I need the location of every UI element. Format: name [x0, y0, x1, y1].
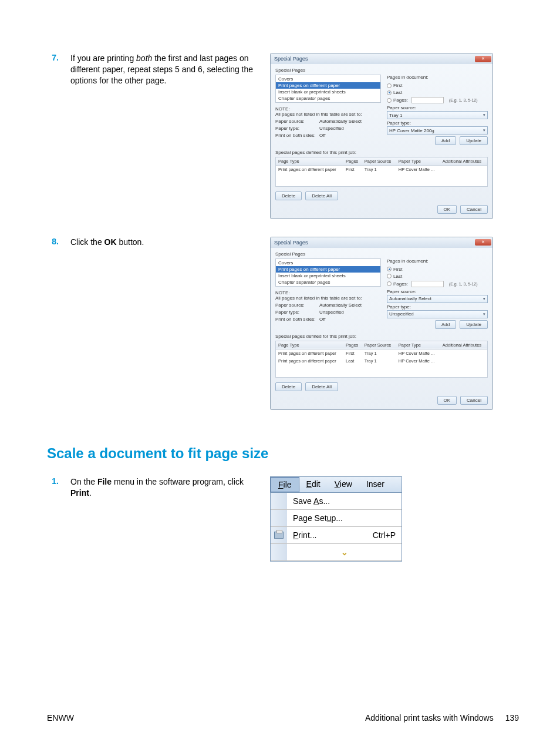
- step-8: 8. Click the OK button. Special Pages ✕ …: [47, 237, 519, 411]
- paper-source-select[interactable]: Tray 1▾: [387, 111, 488, 119]
- radio-last[interactable]: Last: [387, 90, 488, 95]
- pages-in-doc-label: Pages in document:: [387, 258, 488, 264]
- step-text: If you are printing both the first and l…: [70, 53, 264, 86]
- pages-input[interactable]: [411, 281, 444, 287]
- delete-button[interactable]: Delete: [275, 191, 302, 200]
- file-menu: File Edit View Inser Save As... Page Set…: [270, 476, 402, 562]
- dialog-titlebar: Special Pages ✕: [271, 237, 492, 248]
- step-text: On the File menu in the software program…: [70, 476, 264, 499]
- update-button[interactable]: Update: [460, 320, 488, 329]
- cancel-button[interactable]: Cancel: [460, 396, 488, 405]
- step-screenshot: File Edit View Inser Save As... Page Set…: [264, 476, 519, 562]
- menu-file[interactable]: File: [271, 477, 299, 492]
- chevron-down-icon: ▾: [483, 113, 485, 117]
- radio-last[interactable]: Last: [387, 274, 488, 279]
- dialog-titlebar: Special Pages ✕: [271, 53, 492, 64]
- menu-view[interactable]: View: [328, 477, 359, 492]
- special-pages-list[interactable]: Covers Print pages on different paper In…: [275, 75, 381, 103]
- special-pages-table: Page Type Pages Paper Source Paper Type …: [275, 341, 488, 378]
- footer-section: Additional print tasks with Windows: [365, 713, 494, 723]
- paper-type-select[interactable]: HP Cover Matte 200g▾: [387, 126, 488, 135]
- chevron-down-icon: ▾: [483, 128, 485, 133]
- pages-input[interactable]: [411, 97, 444, 103]
- add-button[interactable]: Add: [435, 136, 456, 145]
- ok-button[interactable]: OK: [437, 396, 457, 405]
- note-text: All pages not listed in this table are s…: [275, 112, 381, 117]
- list-item-insert-blank[interactable]: Insert blank or preprinted sheets: [276, 273, 380, 279]
- page-number: 139: [505, 713, 519, 723]
- menu-edit[interactable]: Edit: [299, 477, 328, 492]
- list-item-covers[interactable]: Covers: [276, 260, 380, 266]
- step-number: 1.: [47, 476, 70, 486]
- update-button[interactable]: Update: [460, 136, 488, 145]
- special-pages-table: Page Type Pages Paper Source Paper Type …: [275, 157, 488, 187]
- table-row[interactable]: Print pages on different paper First Tra…: [276, 349, 488, 357]
- radio-first[interactable]: First: [387, 83, 488, 88]
- menu-item-save-as[interactable]: Save As...: [271, 493, 402, 510]
- page-footer: ENWW Additional print tasks with Windows…: [47, 713, 519, 723]
- step-1: 1. On the File menu in the software prog…: [47, 476, 519, 562]
- table-row[interactable]: Print pages on different paper First Tra…: [276, 166, 488, 174]
- menu-expand[interactable]: ⌄: [271, 544, 402, 561]
- chevron-down-icon: ⌄: [341, 547, 348, 557]
- step-screenshot: Special Pages ✕ Special Pages Covers Pri…: [264, 237, 519, 411]
- table-row[interactable]: Print pages on different paper Last Tray…: [276, 357, 488, 365]
- chevron-down-icon: ▾: [483, 297, 485, 301]
- note-label: NOTE:: [275, 106, 381, 112]
- step-number: 7.: [47, 53, 70, 62]
- note-label: NOTE:: [275, 290, 381, 295]
- section-heading: Scale a document to fit page size: [47, 445, 519, 462]
- list-item-print-pages[interactable]: Print pages on different paper: [276, 266, 380, 273]
- footer-left: ENWW: [47, 713, 74, 723]
- radio-pages[interactable]: Pages:(E.g. 1, 3, 5-12): [387, 281, 488, 287]
- ok-button[interactable]: OK: [437, 205, 457, 214]
- defined-label: Special pages defined for this print job…: [275, 150, 488, 155]
- defined-label: Special pages defined for this print job…: [275, 334, 488, 339]
- menu-insert[interactable]: Inser: [359, 477, 392, 492]
- close-icon[interactable]: ✕: [475, 56, 491, 62]
- list-item-insert-blank[interactable]: Insert blank or preprinted sheets: [276, 89, 380, 95]
- chevron-down-icon: ▾: [483, 312, 485, 317]
- special-pages-dialog-2: Special Pages ✕ Special Pages Covers Pri…: [270, 237, 493, 411]
- delete-button[interactable]: Delete: [275, 382, 302, 391]
- list-item-chapter-sep[interactable]: Chapter separator pages: [276, 279, 380, 285]
- step-screenshot: Special Pages ✕ Special Pages Covers Pri…: [264, 53, 519, 219]
- dialog-title: Special Pages: [274, 240, 308, 246]
- paper-source-select[interactable]: Automatically Select▾: [387, 295, 488, 303]
- menu-item-page-setup[interactable]: Page Setup...: [271, 510, 402, 527]
- list-item-chapter-sep[interactable]: Chapter separator pages: [276, 95, 380, 102]
- add-button[interactable]: Add: [435, 320, 456, 329]
- list-item-covers[interactable]: Covers: [276, 76, 380, 82]
- menu-item-print[interactable]: Print...Ctrl+P: [271, 527, 402, 544]
- delete-all-button[interactable]: Delete All: [305, 191, 338, 200]
- printer-icon: [274, 532, 284, 539]
- cancel-button[interactable]: Cancel: [460, 205, 488, 214]
- note-text: All pages not listed in this table are s…: [275, 295, 381, 301]
- dialog-title: Special Pages: [274, 56, 308, 62]
- step-number: 8.: [47, 237, 70, 246]
- step-text: Click the OK button.: [70, 237, 264, 248]
- group-label: Special Pages: [275, 68, 488, 73]
- special-pages-dialog-1: Special Pages ✕ Special Pages Covers Pri…: [270, 53, 493, 219]
- paper-type-select[interactable]: Unspecified▾: [387, 310, 488, 318]
- list-item-print-pages[interactable]: Print pages on different paper: [276, 82, 380, 89]
- step-7: 7. If you are printing both the first an…: [47, 53, 519, 219]
- radio-pages[interactable]: Pages:(E.g. 1, 3, 5-12): [387, 97, 488, 103]
- radio-first[interactable]: First: [387, 267, 488, 272]
- close-icon[interactable]: ✕: [475, 239, 491, 246]
- special-pages-list[interactable]: Covers Print pages on different paper In…: [275, 258, 381, 287]
- pages-in-doc-label: Pages in document:: [387, 75, 488, 80]
- group-label: Special Pages: [275, 251, 488, 257]
- delete-all-button[interactable]: Delete All: [305, 382, 338, 391]
